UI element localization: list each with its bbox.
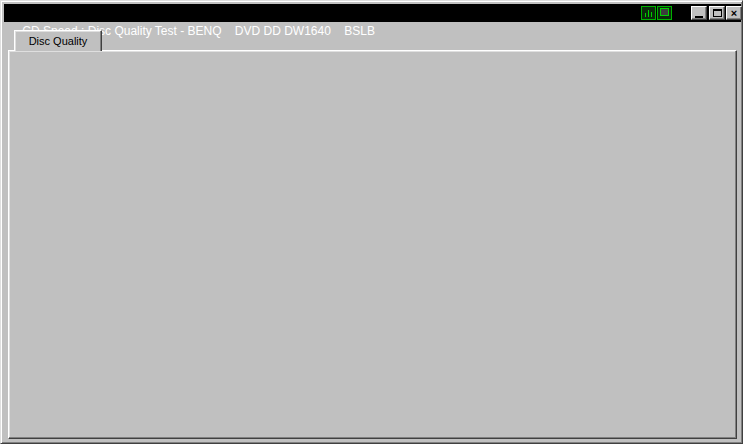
drive-icon[interactable] bbox=[657, 6, 672, 20]
maximize-button[interactable] bbox=[709, 6, 725, 20]
chart-icon-bar bbox=[651, 12, 652, 17]
chart-icon[interactable] bbox=[641, 6, 656, 20]
close-icon: × bbox=[731, 8, 737, 18]
tab-page bbox=[8, 50, 737, 439]
chart-icon-bar bbox=[648, 10, 649, 17]
maximize-icon bbox=[713, 9, 722, 17]
chart-icon-bar bbox=[645, 13, 646, 17]
drive-icon-glyph bbox=[660, 8, 669, 16]
tab-label: Disc Quality bbox=[29, 35, 88, 47]
minimize-icon bbox=[695, 16, 703, 18]
title-bar[interactable]: CD Speed : Disc Quality Test - BENQ DVD … bbox=[4, 4, 741, 22]
tab-disc-quality[interactable]: Disc Quality bbox=[14, 30, 102, 51]
app-window: CD Speed : Disc Quality Test - BENQ DVD … bbox=[0, 0, 743, 444]
close-button[interactable]: × bbox=[726, 6, 742, 20]
minimize-button[interactable] bbox=[691, 6, 707, 20]
